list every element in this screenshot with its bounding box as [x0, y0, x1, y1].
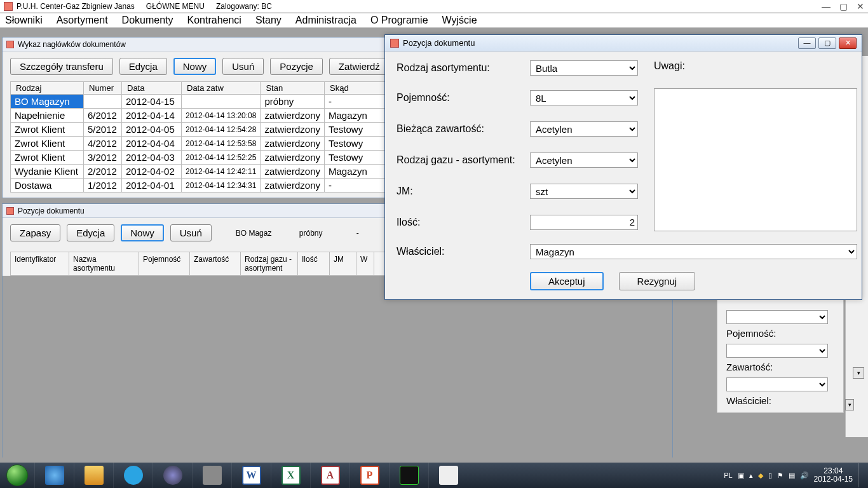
close-icon[interactable]: ✕: [857, 1, 864, 11]
menu-slowniki[interactable]: Słowniki: [5, 15, 43, 26]
menu-kontrahenci[interactable]: Kontrahenci: [187, 15, 241, 26]
task-skype[interactable]: [113, 463, 153, 488]
info-state: próbny: [299, 229, 350, 238]
table-row[interactable]: Zwrot Klient3/20122012-04-032012-04-14 1…: [11, 151, 388, 165]
delete-button[interactable]: Usuń: [222, 58, 264, 75]
task-ie[interactable]: [34, 463, 74, 488]
col-header[interactable]: Zawartość: [190, 252, 241, 275]
edit-button[interactable]: Edycja: [119, 58, 167, 75]
col-header[interactable]: Rodzaj gazu - asortyment: [241, 252, 298, 275]
input-pojem[interactable]: 8L: [530, 90, 638, 105]
table-row[interactable]: BO Magazyn2012-04-15próbny-: [11, 95, 388, 109]
accept-button[interactable]: Akceptuj: [530, 272, 604, 290]
tray-icon[interactable]: ▯: [768, 471, 772, 480]
col-header[interactable]: Numer: [84, 82, 122, 95]
minimize-icon[interactable]: —: [822, 1, 831, 11]
info-type: BO Magaz: [236, 229, 293, 238]
menu-dokumenty[interactable]: Dokumenty: [122, 15, 173, 26]
tray-clock[interactable]: 23:042012-04-15: [814, 467, 853, 484]
main-menu-label: GŁÓWNE MENU: [146, 2, 205, 11]
scroll-button[interactable]: ▾: [845, 399, 854, 410]
window-title: Wykaz nagłówków dokumentów: [18, 40, 126, 49]
input-biez[interactable]: Acetylen: [530, 121, 638, 137]
task-explorer[interactable]: [74, 463, 113, 488]
new-button[interactable]: Nowy: [121, 224, 164, 241]
menu-asortyment[interactable]: Asortyment: [57, 15, 108, 26]
start-button[interactable]: [0, 463, 34, 488]
col-header[interactable]: JM: [330, 252, 356, 275]
col-header[interactable]: Data: [122, 82, 182, 95]
task-gear[interactable]: [192, 463, 231, 488]
col-header[interactable]: Ilość: [298, 252, 330, 275]
side-pojem-select[interactable]: [726, 344, 828, 358]
col-header[interactable]: Rodzaj: [11, 82, 84, 95]
scroll-button[interactable]: ▾: [853, 367, 864, 379]
tray-chevron-up-icon[interactable]: ▴: [749, 471, 753, 480]
cancel-button[interactable]: Rezygnuj: [619, 272, 696, 290]
maximize-icon[interactable]: ▢: [839, 1, 848, 11]
tray-icon[interactable]: ▤: [789, 471, 795, 480]
menu-oprogramie[interactable]: O Programie: [370, 15, 428, 26]
side-rodzaj-select[interactable]: [726, 310, 828, 324]
input-rodzaj[interactable]: Butla: [530, 60, 638, 76]
col-header[interactable]: Nazwa asortymentu: [69, 252, 139, 275]
input-uwagi[interactable]: [654, 88, 857, 231]
positions-button[interactable]: Pozycje: [270, 58, 323, 75]
show-desktop-button[interactable]: [858, 463, 864, 487]
edit-button[interactable]: Edycja: [67, 224, 114, 241]
dialog-title: Pozycja dokumentu: [403, 38, 475, 48]
label-pojem: Pojemność:: [397, 92, 530, 104]
col-header[interactable]: Data zatw: [182, 82, 261, 95]
col-header[interactable]: Stan: [261, 82, 325, 95]
stock-button[interactable]: Zapasy: [10, 224, 60, 241]
label-gaz: Rodzaj gazu - asortyment:: [397, 154, 530, 166]
label-biez: Bieżąca zawartość:: [397, 123, 530, 135]
approve-button[interactable]: Zatwierdź: [329, 58, 390, 75]
dialog-maximize-button[interactable]: ▢: [818, 37, 836, 49]
task-access[interactable]: A: [310, 463, 349, 488]
label-ilosc: Ilość:: [397, 217, 530, 228]
table-row[interactable]: Dostawa1/20122012-04-012012-04-14 12:34:…: [11, 179, 388, 193]
delete-button[interactable]: Usuń: [170, 224, 212, 241]
side-zaw-select[interactable]: [726, 377, 828, 391]
table-row[interactable]: Zwrot Klient4/20122012-04-042012-04-14 1…: [11, 137, 388, 151]
windows-orb-icon: [6, 464, 28, 486]
side-pojem-label: Pojemność:: [726, 328, 834, 339]
task-word[interactable]: W: [231, 463, 271, 488]
positions-empty-area: [3, 276, 672, 473]
dialog-icon: [390, 39, 399, 48]
doc-headers-table[interactable]: RodzajNumerDataData zatwStanSkąd BO Maga…: [10, 81, 388, 193]
menu-administracja[interactable]: Administracja: [295, 15, 356, 26]
col-header[interactable]: Pojemność: [139, 252, 190, 275]
taskbar: W X A P PL ▣ ▴ ◆ ▯ ⚑ ▤ 🔊 23:042012-04-15: [0, 463, 868, 488]
side-panel: Pojemność: Zawartość: Właściciel:: [717, 298, 844, 413]
input-wlasc[interactable]: Magazyn: [530, 244, 857, 259]
table-row[interactable]: Wydanie Klient2/20122012-04-022012-04-14…: [11, 165, 388, 179]
transfer-details-button[interactable]: Szczegóły transferu: [10, 58, 113, 75]
task-app1[interactable]: [389, 463, 428, 488]
tray-icon[interactable]: ⚑: [777, 471, 783, 480]
side-wlasc-label: Właściciel:: [726, 395, 834, 406]
input-jm[interactable]: szt: [530, 184, 638, 199]
tray-lang[interactable]: PL: [724, 471, 732, 479]
task-compass[interactable]: [153, 463, 192, 488]
col-header[interactable]: W: [356, 252, 374, 275]
task-excel[interactable]: X: [271, 463, 310, 488]
col-header[interactable]: Identyfikator: [11, 252, 69, 275]
task-powerpoint[interactable]: P: [349, 463, 389, 488]
table-row[interactable]: Zwrot Klient5/20122012-04-052012-04-14 1…: [11, 123, 388, 137]
tray-icon[interactable]: ▣: [738, 471, 744, 480]
dialog-minimize-button[interactable]: —: [798, 37, 816, 49]
col-header[interactable]: Skąd: [324, 82, 388, 95]
tray-volume-icon[interactable]: 🔊: [800, 471, 809, 480]
task-app2[interactable]: [428, 463, 468, 488]
new-button[interactable]: Nowy: [173, 58, 217, 75]
input-gaz[interactable]: Acetylen: [530, 152, 638, 168]
input-ilosc[interactable]: [530, 215, 638, 230]
dialog-pozycja: Pozycja dokumentu — ▢ ✕ Rodzaj asortymen…: [384, 34, 862, 300]
tray-icon[interactable]: ◆: [758, 471, 763, 480]
table-row[interactable]: Napełnienie6/20122012-04-142012-04-14 13…: [11, 109, 388, 123]
menu-wyjscie[interactable]: Wyjście: [442, 15, 477, 26]
dialog-close-button[interactable]: ✕: [839, 37, 857, 49]
menu-stany[interactable]: Stany: [255, 15, 281, 26]
